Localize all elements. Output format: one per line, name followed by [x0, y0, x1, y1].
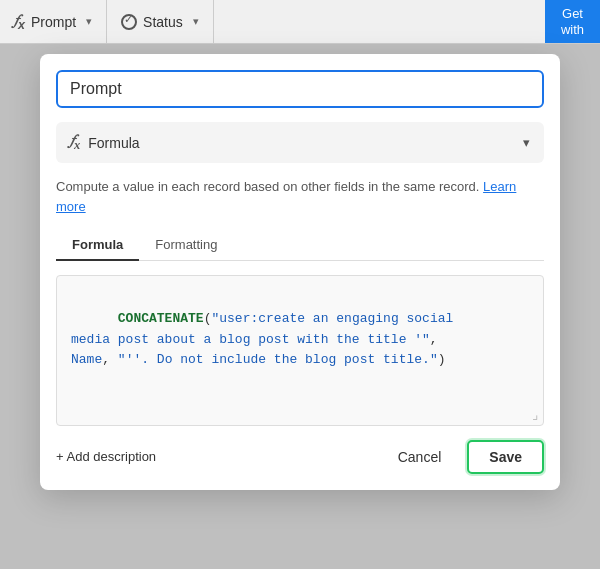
- add-description-button[interactable]: + Add description: [56, 449, 156, 464]
- get-with-button[interactable]: Get with: [545, 0, 600, 43]
- name-ref: Name: [71, 352, 102, 367]
- status-icon: [121, 14, 137, 30]
- string-arg2: "''. Do not include the blog post title.…: [118, 352, 438, 367]
- fx-icon: 𝑓x: [14, 11, 25, 32]
- formula-tab[interactable]: Formula: [56, 230, 139, 261]
- formula-code-area[interactable]: CONCATENATE("user:create an engaging soc…: [56, 275, 544, 426]
- formatting-tab[interactable]: Formatting: [139, 230, 233, 261]
- prompt-tab[interactable]: 𝑓x Prompt ▾: [0, 0, 107, 43]
- formula-type-dropdown[interactable]: 𝑓x Formula ▾: [56, 122, 544, 163]
- formula-description: Compute a value in each record based on …: [56, 177, 544, 216]
- concatenate-fn: CONCATENATE: [118, 311, 204, 326]
- status-tab-chevron: ▾: [193, 15, 199, 28]
- formula-type-label: Formula: [88, 135, 515, 151]
- cancel-button[interactable]: Cancel: [382, 442, 458, 472]
- tabs-row: Formula Formatting: [56, 230, 544, 261]
- status-tab-label: Status: [143, 14, 183, 30]
- formula-type-chevron: ▾: [523, 135, 530, 150]
- modal-overlay: 𝑓x Formula ▾ Compute a value in each rec…: [0, 44, 600, 569]
- prompt-tab-chevron: ▾: [86, 15, 92, 28]
- prompt-tab-label: Prompt: [31, 14, 76, 30]
- get-with-line1: Get: [562, 6, 583, 22]
- resize-handle[interactable]: ⌟: [531, 409, 539, 422]
- formula-description-text: Compute a value in each record based on …: [56, 179, 479, 194]
- top-bar: 𝑓x Prompt ▾ Status ▾ Get with: [0, 0, 600, 44]
- save-button[interactable]: Save: [467, 440, 544, 474]
- modal: 𝑓x Formula ▾ Compute a value in each rec…: [40, 54, 560, 490]
- status-tab[interactable]: Status ▾: [107, 0, 214, 43]
- footer-row: + Add description Cancel Save: [56, 440, 544, 474]
- field-name-input[interactable]: [56, 70, 544, 108]
- formula-fx-icon: 𝑓x: [70, 132, 80, 153]
- footer-actions: Cancel Save: [382, 440, 544, 474]
- get-with-line2: with: [561, 22, 584, 38]
